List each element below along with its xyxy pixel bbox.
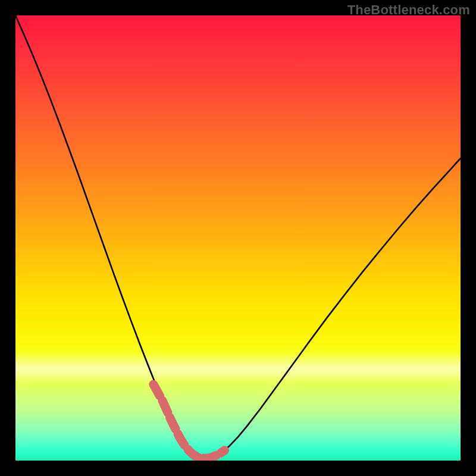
- chart-frame: TheBottleneck.com: [0, 0, 476, 476]
- plot-area: [15, 15, 461, 461]
- bottleneck-curve: [15, 15, 461, 458]
- bottleneck-curve-svg: [15, 15, 461, 461]
- optimal-region-marker: [154, 384, 225, 458]
- watermark-text: TheBottleneck.com: [347, 2, 470, 18]
